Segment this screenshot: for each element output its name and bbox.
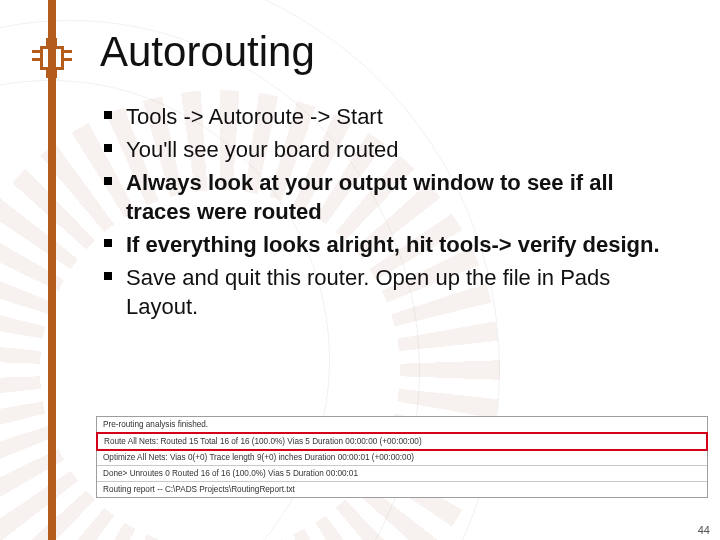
output-line: Done> Unroutes 0 Routed 16 of 16 (100.0%…: [97, 466, 707, 482]
output-line: Optimize All Nets: Vias 0(+0) Trace leng…: [97, 450, 707, 466]
bullet-item: Tools -> Autoroute -> Start: [100, 102, 680, 131]
slide-title: Autorouting: [100, 28, 680, 76]
output-line-highlighted: Route All Nets: Routed 15 Total 16 of 16…: [96, 432, 708, 451]
bullet-item: Always look at your output window to see…: [100, 168, 680, 226]
output-line: Routing report -- C:\PADS Projects\Routi…: [97, 482, 707, 497]
bullet-list: Tools -> Autoroute -> Start You'll see y…: [100, 102, 680, 321]
bullet-item: You'll see your board routed: [100, 135, 680, 164]
bullet-item: Save and quit this router. Open up the f…: [100, 263, 680, 321]
output-line: Pre-routing analysis finished.: [97, 417, 707, 433]
bullet-item: If everything looks alright, hit tools->…: [100, 230, 680, 259]
output-window: Pre-routing analysis finished. Route All…: [96, 416, 708, 498]
slide-content: Autorouting Tools -> Autoroute -> Start …: [0, 0, 720, 321]
page-number: 44: [698, 524, 710, 536]
